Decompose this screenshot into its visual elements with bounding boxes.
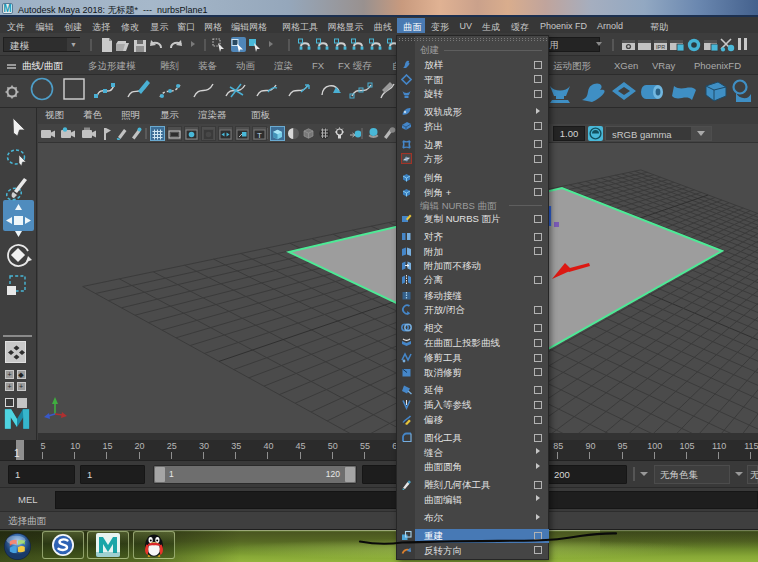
svg-text:IPR: IPR	[656, 44, 665, 50]
svg-text:T: T	[257, 131, 262, 140]
